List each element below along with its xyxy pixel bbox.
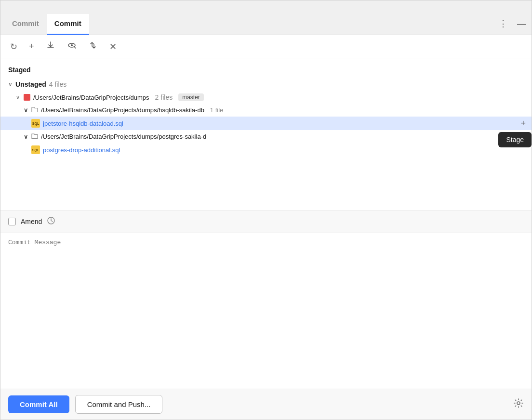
folder-item-hsqldb[interactable]: ∨ /Users/JetBrains/DataGripProjects/dump… <box>0 104 532 117</box>
commit-all-button[interactable]: Commit All <box>8 395 69 413</box>
unstaged-file-count: 4 files <box>49 80 67 88</box>
svg-point-1 <box>71 44 73 46</box>
commit-push-button[interactable]: Commit and Push... <box>75 395 163 414</box>
tab-commit-2-label: Commit <box>54 19 81 27</box>
download-icon[interactable] <box>44 39 57 54</box>
repo-path: /Users/JetBrains/DataGripProjects/dumps <box>33 94 149 101</box>
folder-path-hsqldb: /Users/JetBrains/DataGripProjects/dumps/… <box>41 106 204 114</box>
more-options-icon: ⋮ <box>499 18 507 29</box>
repo-file-count: 2 files <box>155 93 173 101</box>
tab-actions: ⋮ — <box>497 16 528 35</box>
bottom-bar: Commit All Commit and Push... <box>0 389 532 420</box>
tab-commit-2[interactable]: Commit <box>47 14 89 35</box>
sql-file-icon-2: SQL <box>31 145 40 154</box>
clock-icon <box>47 216 55 227</box>
sort-icon[interactable] <box>86 39 100 54</box>
tab-commit-1-label: Commit <box>12 19 39 27</box>
staged-header: Staged <box>0 62 532 78</box>
branch-badge: master <box>178 93 204 101</box>
unstaged-chevron: ∨ <box>8 81 13 88</box>
toolbar: ↻ + ✕ <box>0 35 532 58</box>
file-name-postgres: postgres-drop-additional.sql <box>43 146 120 154</box>
unstaged-group-header[interactable]: ∨ Unstaged 4 files <box>0 78 532 91</box>
repo-chevron: ∨ <box>16 94 20 101</box>
folder-item-postgres[interactable]: ∨ /Users/JetBrains/DataGripProjects/dump… <box>0 130 532 143</box>
tab-bar: Commit Commit ⋮ — <box>0 0 532 35</box>
folder-file-count: 1 file <box>210 106 223 114</box>
settings-icon[interactable] <box>513 398 524 411</box>
folder-chevron: ∨ <box>24 106 28 114</box>
eye-icon[interactable] <box>65 39 79 54</box>
amend-label: Amend <box>21 218 42 225</box>
unstaged-label: Unstaged <box>15 80 46 88</box>
minimize-icon: — <box>517 19 526 29</box>
close-changes-icon[interactable]: ✕ <box>107 39 119 54</box>
tab-commit-1[interactable]: Commit <box>4 14 47 35</box>
staged-label: Staged <box>8 66 31 74</box>
file-item-jpetstore[interactable]: SQL jpetstore-hsqldb-dataload.sql + Stag… <box>0 117 532 130</box>
stage-tooltip: Stage <box>498 132 532 147</box>
folder-path-postgres: /Users/JetBrains/DataGripProjects/dumps/… <box>41 133 206 140</box>
folder-icon <box>31 106 38 114</box>
repo-item-dumps[interactable]: ∨ /Users/JetBrains/DataGripProjects/dump… <box>0 91 532 104</box>
repo-icon <box>24 94 30 101</box>
sql-file-icon: SQL <box>31 119 40 128</box>
main-window: Commit Commit ⋮ — ↻ + <box>0 0 532 420</box>
add-icon[interactable]: + <box>27 39 36 53</box>
stage-button[interactable]: + <box>520 118 526 129</box>
amend-checkbox[interactable] <box>8 218 16 225</box>
more-options-button[interactable]: ⋮ <box>497 16 509 31</box>
commit-message-input[interactable] <box>0 233 532 389</box>
file-name-jpetstore: jpetstore-hsqldb-dataload.sql <box>43 120 123 127</box>
amend-row: Amend <box>0 210 532 233</box>
minimize-button[interactable]: — <box>515 17 528 31</box>
svg-point-3 <box>517 402 520 405</box>
file-item-postgres[interactable]: SQL postgres-drop-additional.sql <box>0 143 532 157</box>
folder-chevron-2: ∨ <box>24 133 28 140</box>
refresh-icon[interactable]: ↻ <box>8 39 19 54</box>
changes-list: Staged ∨ Unstaged 4 files ∨ /Users/JetBr… <box>0 58 532 210</box>
folder-icon-2 <box>31 132 38 141</box>
